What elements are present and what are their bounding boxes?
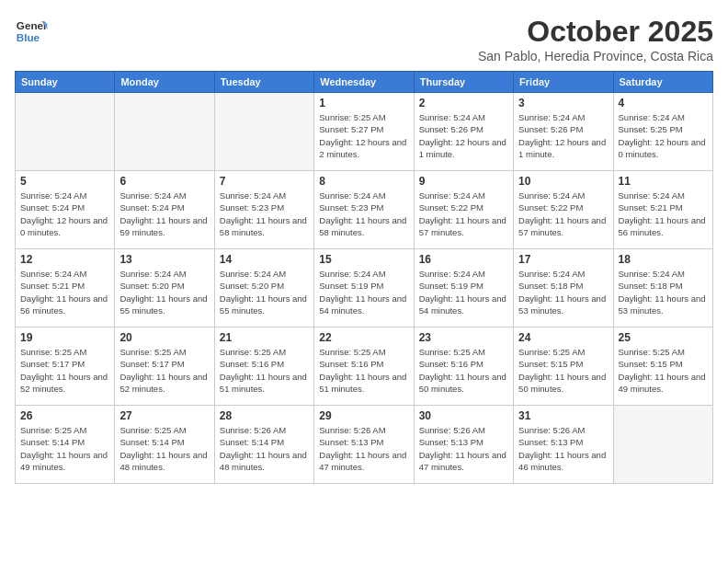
day-info: Sunrise: 5:24 AMSunset: 5:19 PMDaylight:… [419,268,508,316]
calendar-cell: 19Sunrise: 5:25 AMSunset: 5:17 PMDayligh… [16,327,115,406]
calendar-cell [613,406,712,484]
calendar-cell: 26Sunrise: 5:25 AMSunset: 5:14 PMDayligh… [16,406,115,484]
day-info: Sunrise: 5:24 AMSunset: 5:26 PMDaylight:… [419,111,508,160]
weekday-header-row: SundayMondayTuesdayWednesdayThursdayFrid… [16,72,713,93]
logo-icon: General Blue [15,15,48,48]
day-number: 13 [119,253,209,266]
weekday-header-sunday: Sunday [16,72,115,93]
weekday-header-thursday: Thursday [414,72,513,93]
logo: General Blue [15,15,48,48]
day-info: Sunrise: 5:25 AMSunset: 5:16 PMDaylight:… [220,346,309,395]
day-number: 2 [419,97,508,109]
day-info: Sunrise: 5:24 AMSunset: 5:22 PMDaylight:… [419,190,508,238]
calendar-cell: 9Sunrise: 5:24 AMSunset: 5:22 PMDaylight… [414,171,513,249]
day-number: 30 [419,409,508,422]
calendar-cell: 18Sunrise: 5:24 AMSunset: 5:18 PMDayligh… [613,249,712,327]
day-number: 19 [20,331,109,344]
day-info: Sunrise: 5:24 AMSunset: 5:26 PMDaylight:… [518,111,608,160]
day-info: Sunrise: 5:26 AMSunset: 5:14 PMDaylight:… [220,424,309,473]
calendar-cell: 15Sunrise: 5:24 AMSunset: 5:19 PMDayligh… [314,249,414,327]
day-number: 18 [619,253,708,266]
day-info: Sunrise: 5:24 AMSunset: 5:19 PMDaylight:… [319,268,408,316]
day-number: 28 [220,409,309,422]
day-info: Sunrise: 5:26 AMSunset: 5:13 PMDaylight:… [319,424,408,473]
day-info: Sunrise: 5:25 AMSunset: 5:15 PMDaylight:… [518,346,608,395]
weekday-header-friday: Friday [514,72,613,93]
day-info: Sunrise: 5:24 AMSunset: 5:20 PMDaylight:… [119,268,209,316]
calendar-cell: 21Sunrise: 5:25 AMSunset: 5:16 PMDayligh… [214,327,313,406]
week-row-3: 12Sunrise: 5:24 AMSunset: 5:21 PMDayligh… [16,249,713,327]
weekday-header-saturday: Saturday [613,72,712,93]
title-block: October 2025 San Pablo, Heredia Province… [478,15,713,63]
day-number: 11 [619,175,708,188]
day-number: 4 [619,97,708,109]
calendar-cell: 13Sunrise: 5:24 AMSunset: 5:20 PMDayligh… [115,249,214,327]
calendar-cell: 16Sunrise: 5:24 AMSunset: 5:19 PMDayligh… [414,249,513,327]
day-number: 20 [119,331,209,344]
day-info: Sunrise: 5:24 AMSunset: 5:21 PMDaylight:… [20,268,109,316]
day-number: 27 [119,409,209,422]
calendar-cell: 11Sunrise: 5:24 AMSunset: 5:21 PMDayligh… [613,171,712,249]
day-number: 31 [518,409,608,422]
day-number: 22 [319,331,408,344]
weekday-header-monday: Monday [115,72,214,93]
calendar-cell: 1Sunrise: 5:25 AMSunset: 5:27 PMDaylight… [314,93,414,171]
calendar-cell: 23Sunrise: 5:25 AMSunset: 5:16 PMDayligh… [414,327,513,406]
day-number: 26 [20,409,109,422]
calendar-cell: 24Sunrise: 5:25 AMSunset: 5:15 PMDayligh… [514,327,613,406]
calendar-cell: 20Sunrise: 5:25 AMSunset: 5:17 PMDayligh… [115,327,214,406]
day-number: 1 [319,97,408,109]
location-subtitle: San Pablo, Heredia Province, Costa Rica [478,49,713,63]
day-info: Sunrise: 5:24 AMSunset: 5:25 PMDaylight:… [619,111,708,160]
day-info: Sunrise: 5:24 AMSunset: 5:22 PMDaylight:… [518,190,608,238]
calendar-cell: 7Sunrise: 5:24 AMSunset: 5:23 PMDaylight… [214,171,313,249]
calendar-cell: 8Sunrise: 5:24 AMSunset: 5:23 PMDaylight… [314,171,414,249]
day-info: Sunrise: 5:24 AMSunset: 5:24 PMDaylight:… [119,190,209,238]
calendar-cell: 12Sunrise: 5:24 AMSunset: 5:21 PMDayligh… [16,249,115,327]
svg-text:General: General [17,19,48,31]
calendar-cell [115,93,214,171]
calendar-cell: 14Sunrise: 5:24 AMSunset: 5:20 PMDayligh… [214,249,313,327]
day-number: 5 [20,175,109,188]
day-number: 23 [419,331,508,344]
calendar-cell: 5Sunrise: 5:24 AMSunset: 5:24 PMDaylight… [16,171,115,249]
day-info: Sunrise: 5:25 AMSunset: 5:14 PMDaylight:… [20,424,109,473]
day-number: 14 [220,253,309,266]
day-number: 7 [220,175,309,188]
week-row-5: 26Sunrise: 5:25 AMSunset: 5:14 PMDayligh… [16,406,713,484]
calendar-cell: 27Sunrise: 5:25 AMSunset: 5:14 PMDayligh… [115,406,214,484]
day-number: 12 [20,253,109,266]
weekday-header-wednesday: Wednesday [314,72,414,93]
calendar-cell: 22Sunrise: 5:25 AMSunset: 5:16 PMDayligh… [314,327,414,406]
day-number: 21 [220,331,309,344]
weekday-header-tuesday: Tuesday [214,72,313,93]
calendar-cell: 28Sunrise: 5:26 AMSunset: 5:14 PMDayligh… [214,406,313,484]
day-number: 25 [619,331,708,344]
calendar-cell: 31Sunrise: 5:26 AMSunset: 5:13 PMDayligh… [514,406,613,484]
calendar-cell: 3Sunrise: 5:24 AMSunset: 5:26 PMDaylight… [514,93,613,171]
day-info: Sunrise: 5:25 AMSunset: 5:14 PMDaylight:… [119,424,209,473]
day-info: Sunrise: 5:25 AMSunset: 5:16 PMDaylight:… [319,346,408,395]
day-number: 16 [419,253,508,266]
calendar-cell: 2Sunrise: 5:24 AMSunset: 5:26 PMDaylight… [414,93,513,171]
calendar-cell: 4Sunrise: 5:24 AMSunset: 5:25 PMDaylight… [613,93,712,171]
week-row-1: 1Sunrise: 5:25 AMSunset: 5:27 PMDaylight… [16,93,713,171]
day-number: 24 [518,331,608,344]
day-number: 6 [119,175,209,188]
day-number: 10 [518,175,608,188]
calendar-cell: 17Sunrise: 5:24 AMSunset: 5:18 PMDayligh… [514,249,613,327]
calendar-cell: 10Sunrise: 5:24 AMSunset: 5:22 PMDayligh… [514,171,613,249]
day-info: Sunrise: 5:26 AMSunset: 5:13 PMDaylight:… [518,424,608,473]
day-info: Sunrise: 5:24 AMSunset: 5:18 PMDaylight:… [518,268,608,316]
calendar-cell: 30Sunrise: 5:26 AMSunset: 5:13 PMDayligh… [414,406,513,484]
day-info: Sunrise: 5:24 AMSunset: 5:23 PMDaylight:… [319,190,408,238]
day-number: 15 [319,253,408,266]
day-info: Sunrise: 5:25 AMSunset: 5:17 PMDaylight:… [20,346,109,395]
month-title: October 2025 [478,15,713,49]
day-number: 29 [319,409,408,422]
day-info: Sunrise: 5:24 AMSunset: 5:24 PMDaylight:… [20,190,109,238]
day-number: 3 [518,97,608,109]
day-number: 8 [319,175,408,188]
day-info: Sunrise: 5:26 AMSunset: 5:13 PMDaylight:… [419,424,508,473]
calendar-cell [16,93,115,171]
